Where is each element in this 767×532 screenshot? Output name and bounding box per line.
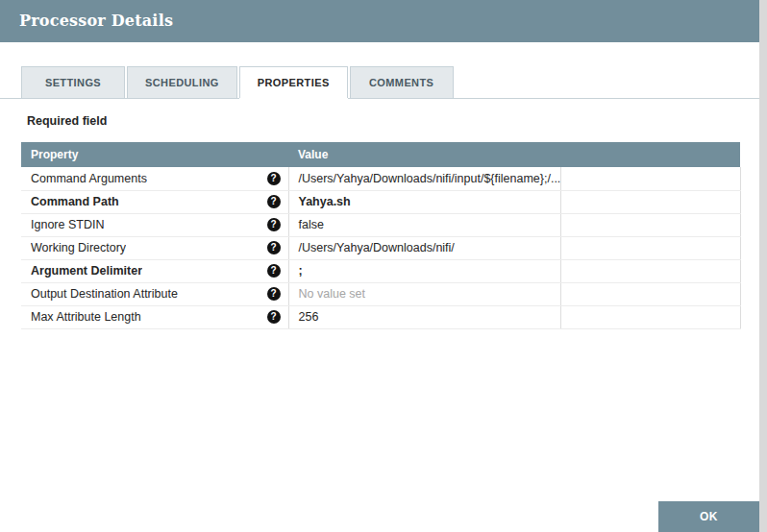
help-icon[interactable]: ?: [267, 218, 281, 231]
filler-cell: [560, 213, 740, 236]
filler-cell: [560, 190, 740, 213]
tab-scheduling[interactable]: SCHEDULING: [127, 66, 237, 98]
property-name: Command Arguments: [31, 172, 147, 185]
property-name: Max Attribute Length: [31, 310, 141, 324]
filler-cell: [560, 236, 740, 259]
page-background-strip: [759, 0, 767, 532]
filler-cell: [560, 259, 740, 282]
table-row: Working Directory ? /Users/Yahya/Downloa…: [21, 236, 740, 259]
help-icon[interactable]: ?: [267, 195, 281, 208]
property-name: Ignore STDIN: [31, 218, 104, 231]
ok-button[interactable]: OK: [658, 501, 759, 532]
tab-settings[interactable]: SETTINGS: [21, 66, 125, 98]
property-value: ;: [288, 259, 560, 282]
help-icon[interactable]: ?: [267, 310, 281, 324]
help-icon[interactable]: ?: [267, 264, 281, 278]
table-header-row: Property Value: [21, 142, 740, 167]
table-row: Argument Delimiter ? ;: [21, 259, 740, 282]
column-header-property: Property: [21, 142, 288, 167]
property-name: Command Path: [31, 195, 119, 208]
tab-comments[interactable]: COMMENTS: [350, 66, 454, 98]
property-value: /Users/Yahya/Downloads/nifi/: [288, 236, 560, 259]
table-row: Output Destination Attribute ? No value …: [21, 282, 740, 305]
property-value: Yahya.sh: [288, 190, 560, 213]
property-name: Argument Delimiter: [31, 264, 142, 278]
property-value: /Users/Yahya/Downloads/nifi/input/${file…: [288, 167, 560, 190]
table-row: Max Attribute Length ? 256: [21, 305, 740, 328]
help-icon[interactable]: ?: [267, 241, 281, 254]
filler-cell: [560, 167, 740, 190]
table-row: Ignore STDIN ? false: [21, 213, 740, 236]
dialog-header: Processor Details: [0, 0, 759, 42]
property-value: No value set: [288, 282, 560, 305]
property-name: Output Destination Attribute: [31, 287, 178, 301]
column-header-value: Value: [288, 142, 560, 167]
filler-cell: [560, 282, 740, 305]
property-value: false: [288, 213, 560, 236]
table-row: Command Arguments ? /Users/Yahya/Downloa…: [21, 167, 740, 190]
property-value: 256: [288, 305, 560, 328]
filler-cell: [560, 305, 740, 328]
table-row: Command Path ? Yahya.sh: [21, 190, 740, 213]
properties-table: Property Value Command Arguments ? /User…: [21, 142, 741, 329]
processor-details-dialog: Processor Details SETTINGS SCHEDULING PR…: [0, 0, 767, 532]
tab-properties[interactable]: PROPERTIES: [239, 66, 348, 98]
required-field-label: Required field: [27, 114, 107, 128]
property-name: Working Directory: [31, 241, 126, 254]
dialog-title: Processor Details: [0, 0, 759, 42]
column-header-filler: [560, 142, 740, 167]
help-icon[interactable]: ?: [267, 287, 281, 301]
help-icon[interactable]: ?: [267, 172, 281, 185]
tab-bar: SETTINGS SCHEDULING PROPERTIES COMMENTS: [0, 67, 759, 99]
